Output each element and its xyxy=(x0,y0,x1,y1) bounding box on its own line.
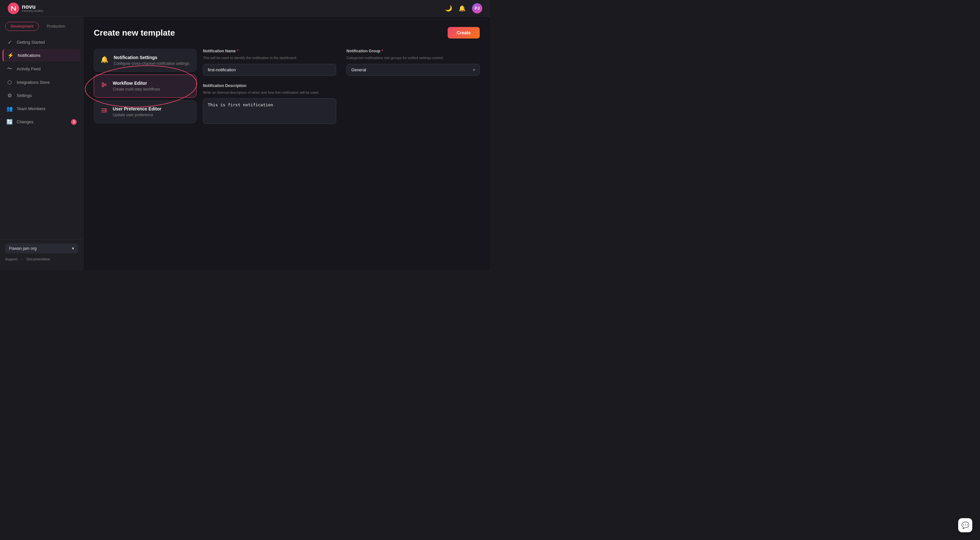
logo-name: novu xyxy=(22,4,43,10)
sidebar-item-getting-started[interactable]: ✓ Getting Started xyxy=(3,36,81,48)
sidebar-item-integrations-store[interactable]: ⬡ Integrations Store xyxy=(3,76,81,89)
support-link[interactable]: Support xyxy=(5,257,18,261)
sidebar-item-label: Notifications xyxy=(18,53,40,58)
notification-settings-desc: Configure cross-channel notification set… xyxy=(114,61,189,66)
dark-mode-icon[interactable]: 🌙 xyxy=(445,5,452,12)
integrations-icon: ⬡ xyxy=(6,79,13,86)
notification-bell-icon[interactable]: 🔔 xyxy=(458,5,466,12)
logo[interactable]: novu Formerly Notifire xyxy=(8,3,43,14)
page-title: Create new template xyxy=(94,28,175,38)
notification-group-select-wrapper: General Admin Marketing Transactional ▾ xyxy=(347,64,480,76)
settings-icon: ⚙ xyxy=(6,92,13,98)
user-preference-title: User Preference Editor xyxy=(113,106,162,111)
svg-line-5 xyxy=(104,85,105,86)
notification-settings-card-icon: 🔔 xyxy=(100,56,108,63)
notification-description-label: Notification Description xyxy=(203,84,336,88)
svg-point-2 xyxy=(102,86,104,87)
production-env-button[interactable]: Production xyxy=(41,22,71,31)
sidebar-item-label: Integrations Store xyxy=(17,80,50,85)
notification-name-label: Notification Name * xyxy=(203,49,336,53)
sidebar-item-label: Settings xyxy=(17,93,32,98)
notification-group-helper: Categorize notifications into groups for… xyxy=(347,55,480,61)
svg-line-4 xyxy=(104,84,105,84)
notification-settings-card-text: Notification Settings Configure cross-ch… xyxy=(114,55,189,66)
main-content: Create new template Create 🔔 Notificatio… xyxy=(83,17,490,270)
org-selector[interactable]: Pawan jain org ▾ xyxy=(5,243,78,253)
workflow-editor-title: Workflow Editor xyxy=(113,81,160,86)
sidebar-item-label: Getting Started xyxy=(17,40,45,44)
sidebar-item-changes[interactable]: 🔄 Changes 3 xyxy=(3,116,81,128)
sidebar-item-label: Changes xyxy=(17,119,33,124)
sidebar-bottom: Pawan jain org ▾ Support • Documentation xyxy=(0,239,83,265)
user-preference-card[interactable]: User Preference Editor Update user prefe… xyxy=(94,100,197,123)
org-dropdown-icon: ▾ xyxy=(72,246,74,251)
svg-point-9 xyxy=(105,110,107,111)
user-preference-card-icon xyxy=(100,107,108,116)
required-indicator: * xyxy=(237,49,239,53)
sidebar-item-team-members[interactable]: 👥 Team Members xyxy=(3,102,81,115)
svg-point-1 xyxy=(102,83,104,84)
notification-description-textarea[interactable]: This is first notification xyxy=(203,98,336,124)
page-header: Create new template Create xyxy=(94,27,480,38)
sidebar-links: Support • Documentation xyxy=(5,257,78,261)
org-name: Pawan jain org xyxy=(9,246,37,251)
sidebar: Development Production ✓ Getting Started… xyxy=(0,17,83,270)
env-switcher: Development Production xyxy=(0,22,83,36)
notification-name-input[interactable] xyxy=(203,64,336,76)
topnav-right: 🌙 🔔 PJ xyxy=(445,3,482,13)
template-options-panel: 🔔 Notification Settings Configure cross-… xyxy=(94,49,197,123)
top-navbar: novu Formerly Notifire 🌙 🔔 PJ xyxy=(0,0,490,17)
sidebar-item-label: Team Members xyxy=(17,106,46,111)
documentation-link[interactable]: Documentation xyxy=(26,257,50,261)
team-members-icon: 👥 xyxy=(6,106,13,112)
user-preference-desc: Update user preference xyxy=(113,113,162,117)
sidebar-item-activity-feed[interactable]: 〜 Activity Feed xyxy=(3,62,81,75)
notification-settings-title: Notification Settings xyxy=(114,55,189,60)
template-form: Notification Name * This will be used to… xyxy=(203,49,480,125)
workflow-editor-card[interactable]: Workflow Editor Create multi-step workfl… xyxy=(94,75,197,98)
notification-group-select[interactable]: General Admin Marketing Transactional xyxy=(347,64,480,76)
create-button[interactable]: Create xyxy=(448,27,480,38)
notification-settings-card[interactable]: 🔔 Notification Settings Configure cross-… xyxy=(94,49,197,72)
workflow-editor-desc: Create multi-step workflows xyxy=(113,87,160,92)
sidebar-item-settings[interactable]: ⚙ Settings xyxy=(3,89,81,102)
template-grid: 🔔 Notification Settings Configure cross-… xyxy=(94,49,480,125)
form-right-section: Notification Group * Categorize notifica… xyxy=(347,49,480,125)
changes-badge: 3 xyxy=(71,119,77,125)
svg-point-3 xyxy=(105,84,106,86)
logo-subtitle: Formerly Notifire xyxy=(22,10,43,13)
link-separator: • xyxy=(22,257,23,261)
form-left-section: Notification Name * This will be used to… xyxy=(203,49,336,125)
user-preference-card-text: User Preference Editor Update user prefe… xyxy=(113,106,162,117)
group-required-indicator: * xyxy=(382,49,383,53)
notification-name-helper: This will be used to identify the notifi… xyxy=(203,55,336,61)
sidebar-navigation: ✓ Getting Started ⚡ Notifications 〜 Acti… xyxy=(0,36,83,239)
changes-icon: 🔄 xyxy=(6,119,13,125)
notification-group-label: Notification Group * xyxy=(347,49,480,53)
getting-started-icon: ✓ xyxy=(6,39,13,45)
development-env-button[interactable]: Development xyxy=(5,22,39,31)
notification-description-helper: Write an internal description of when an… xyxy=(203,90,336,95)
activity-feed-icon: 〜 xyxy=(6,65,13,72)
workflow-editor-card-icon xyxy=(100,81,108,90)
sidebar-item-label: Activity Feed xyxy=(17,67,40,71)
sidebar-item-notifications[interactable]: ⚡ Notifications xyxy=(3,49,81,62)
notifications-icon: ⚡ xyxy=(7,52,14,59)
user-avatar[interactable]: PJ xyxy=(472,3,482,13)
workflow-editor-card-text: Workflow Editor Create multi-step workfl… xyxy=(113,81,160,92)
